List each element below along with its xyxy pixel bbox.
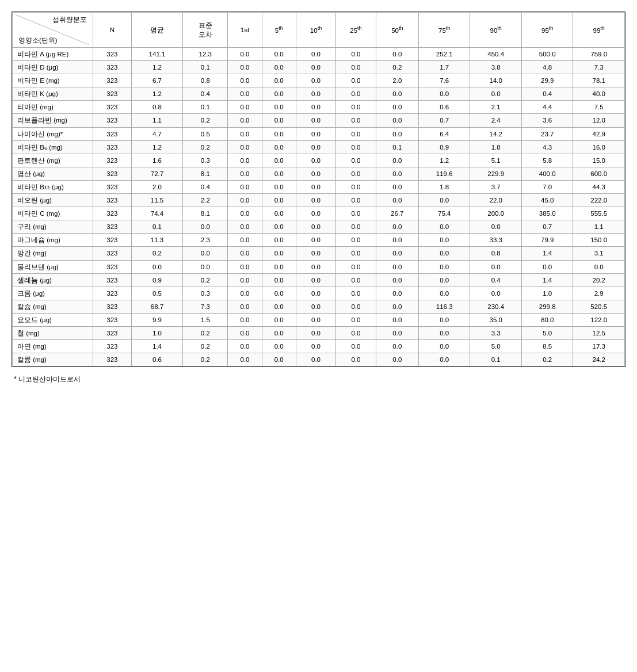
- cell-value: 0.0: [336, 101, 376, 114]
- cell-value: 14.2: [470, 127, 521, 140]
- table-row: 철 (mg)3231.00.20.00.00.00.00.00.03.35.01…: [13, 326, 625, 339]
- cell-value: 0.0: [262, 340, 296, 353]
- cell-value: 323: [93, 114, 132, 127]
- cell-value: 0.0: [470, 87, 521, 101]
- cell-value: 0.6: [131, 353, 182, 366]
- cell-value: 0.0: [376, 313, 418, 326]
- cell-nutrient: 비타민 E (mg): [13, 74, 93, 87]
- cell-value: 0.0: [296, 220, 335, 234]
- cell-value: 0.0: [228, 127, 262, 140]
- cell-value: 0.0: [418, 287, 470, 300]
- cell-value: 5.8: [521, 154, 573, 167]
- cell-nutrient: 비타민 A (μg RE): [13, 48, 93, 61]
- cell-value: 0.0: [131, 260, 182, 273]
- cell-value: 0.0: [296, 234, 335, 247]
- table-row: 판토텐산 (mg)3231.60.30.00.00.00.00.01.25.15…: [13, 154, 625, 167]
- nutrition-table: 섭취량분포 영양소(단위) N 평균 표준오차 1st 5th 10th 25t…: [12, 12, 625, 366]
- cell-value: 4.7: [131, 127, 182, 140]
- cell-value: 0.0: [228, 114, 262, 127]
- cell-value: 323: [93, 194, 132, 207]
- cell-value: 323: [93, 234, 132, 247]
- cell-value: 0.0: [262, 287, 296, 300]
- header-n: N: [93, 13, 132, 48]
- cell-value: 0.0: [336, 353, 376, 366]
- cell-value: 323: [93, 313, 132, 326]
- cell-value: 75.4: [418, 207, 470, 220]
- cell-value: 4.4: [521, 101, 573, 114]
- cell-nutrient: 망간 (mg): [13, 247, 93, 260]
- cell-value: 0.0: [262, 180, 296, 193]
- cell-value: 11.3: [131, 234, 182, 247]
- cell-value: 0.2: [521, 353, 573, 366]
- cell-value: 0.2: [183, 340, 228, 353]
- cell-nutrient: 비오틴 (μg): [13, 194, 93, 207]
- cell-value: 0.3: [183, 287, 228, 300]
- cell-value: 1.6: [131, 154, 182, 167]
- cell-value: 12.0: [573, 114, 625, 127]
- cell-value: 0.0: [336, 287, 376, 300]
- cell-nutrient: 아연 (mg): [13, 340, 93, 353]
- cell-value: 323: [93, 353, 132, 366]
- cell-value: 1.1: [573, 220, 625, 234]
- cell-value: 0.0: [336, 300, 376, 313]
- cell-value: 0.0: [376, 234, 418, 247]
- cell-value: 0.0: [336, 326, 376, 339]
- table-row: 비타민 A (μg RE)323141.112.30.00.00.00.00.0…: [13, 48, 625, 61]
- cell-value: 0.0: [418, 194, 470, 207]
- cell-value: 16.0: [573, 140, 625, 154]
- cell-value: 80.0: [521, 313, 573, 326]
- cell-value: 3.1: [573, 247, 625, 260]
- table-row: 비오틴 (μg)32311.52.20.00.00.00.00.00.022.0…: [13, 194, 625, 207]
- cell-value: 0.1: [376, 140, 418, 154]
- cell-value: 0.0: [418, 353, 470, 366]
- table-row: 마그네슘 (mg)32311.32.30.00.00.00.00.00.033.…: [13, 234, 625, 247]
- cell-value: 78.1: [573, 74, 625, 87]
- cell-value: 0.0: [296, 101, 335, 114]
- footnote-text: * 니코틴산아미드로서: [12, 375, 625, 384]
- cell-value: 323: [93, 273, 132, 287]
- cell-value: 17.3: [573, 340, 625, 353]
- cell-value: 0.0: [262, 220, 296, 234]
- cell-value: 1.7: [418, 61, 470, 74]
- cell-value: 0.0: [336, 154, 376, 167]
- cell-value: 0.0: [376, 48, 418, 61]
- cell-value: 0.0: [262, 61, 296, 74]
- cell-value: 0.0: [296, 180, 335, 193]
- cell-value: 0.0: [228, 260, 262, 273]
- cell-value: 7.0: [521, 180, 573, 193]
- cell-value: 0.0: [418, 247, 470, 260]
- cell-value: 1.5: [183, 313, 228, 326]
- cell-value: 0.0: [376, 247, 418, 260]
- cell-value: 3.6: [521, 114, 573, 127]
- cell-value: 555.5: [573, 207, 625, 220]
- cell-value: 385.0: [521, 207, 573, 220]
- cell-value: 0.0: [228, 180, 262, 193]
- cell-value: 0.2: [183, 114, 228, 127]
- cell-value: 0.0: [296, 273, 335, 287]
- table-row: 칼슘 (mg)32368.77.30.00.00.00.00.0116.3230…: [13, 300, 625, 313]
- header-25th: 25th: [336, 13, 376, 48]
- cell-value: 299.8: [521, 300, 573, 313]
- cell-value: 0.8: [470, 247, 521, 260]
- cell-value: 1.2: [131, 61, 182, 74]
- cell-value: 0.0: [183, 247, 228, 260]
- cell-value: 0.0: [376, 273, 418, 287]
- cell-value: 22.0: [470, 194, 521, 207]
- cell-value: 0.0: [336, 167, 376, 180]
- cell-value: 0.0: [376, 154, 418, 167]
- cell-value: 0.0: [418, 87, 470, 101]
- cell-value: 33.3: [470, 234, 521, 247]
- cell-value: 0.4: [183, 180, 228, 193]
- cell-value: 3.7: [470, 180, 521, 193]
- cell-value: 0.0: [376, 220, 418, 234]
- cell-value: 323: [93, 87, 132, 101]
- cell-value: 5.1: [470, 154, 521, 167]
- cell-value: 29.9: [521, 74, 573, 87]
- cell-value: 0.0: [336, 313, 376, 326]
- cell-value: 0.0: [336, 220, 376, 234]
- header-top-left: 섭취량분포 영양소(단위): [13, 13, 93, 48]
- cell-value: 0.0: [418, 340, 470, 353]
- cell-nutrient: 칼슘 (mg): [13, 300, 93, 313]
- table-row: 몰리브덴 (μg)3230.00.00.00.00.00.00.00.00.00…: [13, 260, 625, 273]
- cell-value: 0.0: [262, 247, 296, 260]
